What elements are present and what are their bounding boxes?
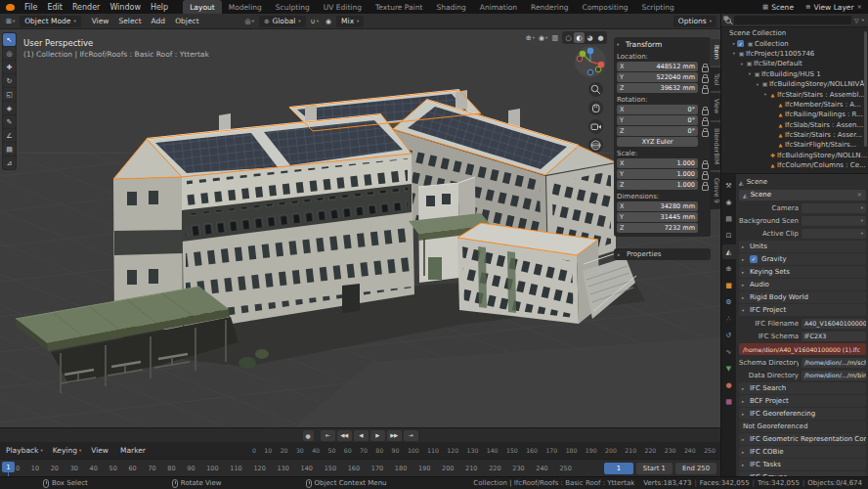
panel-section-header[interactable]: ▸Units xyxy=(739,241,866,252)
timeline-ruler-upper[interactable]: 0102030405060708090100110120130140150160… xyxy=(252,447,716,454)
pivot-point-icon[interactable]: ◎▾ xyxy=(243,18,256,25)
lock-icon[interactable] xyxy=(700,84,708,93)
timeline-ruler[interactable]: 0102030405060708090100110120130140150160… xyxy=(0,459,720,476)
outliner-row[interactable]: ▾ IfcProject/11005746 xyxy=(721,49,868,59)
ifc-filepath-field[interactable]: /home/dion/A40_V16040100000 (1).ifc xyxy=(739,343,866,355)
viewport-tool-button[interactable]: ∠ xyxy=(3,129,16,142)
menubar-item[interactable]: Window xyxy=(105,0,146,14)
properties-tab[interactable]: ▦ xyxy=(722,394,736,409)
transport-button[interactable]: ▶ xyxy=(370,430,385,441)
properties-tab[interactable]: ● xyxy=(722,378,736,392)
lock-icon[interactable] xyxy=(700,170,708,179)
viewport-tool-button[interactable]: ↖ xyxy=(3,33,16,46)
pan-hand-icon[interactable] xyxy=(588,101,603,115)
viewport-tool-button[interactable]: ▤ xyxy=(3,143,16,156)
3d-viewport[interactable]: ↖ ◎ ✚ ↻ ◱ ◈ ✎ ∠ ▤ ⊿ User Perspective (1)… xyxy=(0,29,720,427)
viewport-tool-button[interactable]: ✚ xyxy=(3,61,16,73)
transport-button[interactable]: ◀◀ xyxy=(337,430,352,441)
dimension-axis-field[interactable]: Z7232 mm xyxy=(617,223,708,233)
frame-end-field[interactable]: End 250 xyxy=(675,463,716,474)
view-layer-selector[interactable]: ≣View Layer× xyxy=(800,3,868,12)
viewport-tool-button[interactable]: ⊿ xyxy=(3,156,16,169)
rotation-mode-dropdown[interactable]: XYZ Euler xyxy=(617,137,698,147)
viewport-tool-button[interactable]: ↻ xyxy=(3,74,16,87)
outliner-row[interactable]: ▾ IfcBuilding/HUS 1 xyxy=(721,69,868,79)
transport-button[interactable]: ⇥ xyxy=(404,430,418,441)
menubar-item[interactable]: File xyxy=(20,0,42,14)
close-icon[interactable]: × xyxy=(857,3,862,11)
directory-path-field[interactable]: /home/dion/.../m/bim/data/ xyxy=(802,371,866,380)
rotation-axis-field[interactable]: Y0° xyxy=(617,115,708,125)
workspace-tab[interactable]: Texture Paint xyxy=(369,0,429,14)
workspace-tab[interactable]: Shading xyxy=(429,0,472,14)
mode-dropdown[interactable]: Object Mode▾ xyxy=(20,16,81,27)
panel-section-header[interactable]: ▸BCF Project xyxy=(739,395,866,407)
property-value-field[interactable]: ▾ xyxy=(802,216,866,226)
proportional-editing-icon[interactable]: ◉ xyxy=(324,18,333,25)
location-axis-field[interactable]: X448512 mm xyxy=(617,62,708,71)
ifc-value-field[interactable]: IFC2X3 xyxy=(802,332,866,341)
workspace-tab[interactable]: Compositing xyxy=(575,0,634,14)
sidebar-tab[interactable]: Grove 9 xyxy=(710,172,720,209)
workspace-tab[interactable]: Modeling xyxy=(222,0,269,14)
outliner-row[interactable]: ▾ IfcStair/Stairs : Assembl... xyxy=(721,89,868,99)
viewport-3d-scene[interactable] xyxy=(0,29,720,427)
outliner-row[interactable]: IfcSlab/Stairs : Assen... xyxy=(721,120,868,130)
scene-selector[interactable]: ▦Scene xyxy=(757,3,800,12)
workspace-tab[interactable]: Scripting xyxy=(634,0,680,14)
rotation-axis-field[interactable]: Z0° xyxy=(617,126,708,136)
property-value-field[interactable]: ▾ xyxy=(802,203,866,213)
transport-button[interactable]: ◀ xyxy=(354,430,369,441)
transport-button[interactable]: ⇤ xyxy=(321,430,335,441)
playhead-current-frame[interactable]: 1 xyxy=(2,462,15,472)
navigation-gizmo[interactable] xyxy=(574,45,607,78)
properties-tab[interactable]: ▤ xyxy=(722,211,736,226)
display-mode-dropdown-icon[interactable]: ▾ xyxy=(862,18,864,22)
overlays-dropdown-icon[interactable]: ◉▾ xyxy=(539,34,547,42)
transform-panel-header[interactable]: ▾Transform xyxy=(617,39,708,51)
dimension-axis-field[interactable]: X34280 mm xyxy=(617,201,708,211)
panel-section-header[interactable]: ▸Audio xyxy=(739,279,866,290)
location-axis-field[interactable]: Y522040 mm xyxy=(617,72,708,82)
properties-panel-collapsed-header[interactable]: ▸Properties xyxy=(614,248,711,260)
menubar-item[interactable]: Edit xyxy=(42,0,67,14)
outliner-row[interactable]: IfcStair/Stairs : Asser... xyxy=(721,130,868,140)
properties-tab[interactable]: ⊕ xyxy=(722,261,736,276)
outliner-row[interactable]: ▾ IfcBuildingStorey/NOLLNIVÅ xyxy=(721,79,868,89)
menubar-item[interactable]: Help xyxy=(146,0,173,14)
viewport-menu-item[interactable]: Object xyxy=(170,17,203,25)
current-frame-field[interactable]: 1 xyxy=(604,463,633,474)
workspace-tab[interactable]: Layout xyxy=(183,0,222,14)
panel-section-header[interactable]: ▸Rigid Body World xyxy=(739,291,866,303)
perspective-toggle-icon[interactable] xyxy=(588,138,603,153)
viewport-tool-button[interactable]: ◈ xyxy=(3,102,16,114)
rotation-axis-field[interactable]: X0° xyxy=(617,105,708,114)
properties-tab[interactable]: ⚙ xyxy=(722,294,736,309)
viewport-tool-button[interactable]: ◱ xyxy=(3,88,16,101)
options-dropdown[interactable]: Options▾ xyxy=(673,16,716,27)
dimension-axis-field[interactable]: Y31445 mm xyxy=(617,212,708,222)
properties-tab[interactable]: ■ xyxy=(722,278,736,292)
lock-icon[interactable] xyxy=(700,106,708,114)
unlink-icon[interactable]: × xyxy=(857,191,862,199)
sidebar-tab[interactable]: Tool xyxy=(710,67,720,92)
outliner-search-field[interactable] xyxy=(734,16,851,24)
xray-toggle-icon[interactable]: ▥ xyxy=(551,34,558,42)
outliner-row[interactable]: IfcBuildingStorey/NOLLNIV... xyxy=(721,151,868,160)
shading-mode-button[interactable]: ○ xyxy=(563,32,574,43)
outliner-row[interactable]: ▾ IfcSite/Default xyxy=(721,59,868,68)
lock-icon[interactable] xyxy=(700,116,708,125)
shading-mode-button[interactable]: ◐ xyxy=(574,32,585,43)
panel-section-header[interactable]: ▸✓Gravity xyxy=(739,253,866,265)
properties-tab[interactable]: ↺ xyxy=(722,328,736,342)
falloff-dropdown[interactable]: Mix▾ xyxy=(336,16,364,27)
outliner-row[interactable]: ▸ ✓ Collection xyxy=(721,38,868,48)
outliner-row[interactable]: IfcRailing/Railings : R... xyxy=(721,110,868,119)
viewport-menu-item[interactable]: View xyxy=(87,17,114,25)
viewport-menu-item[interactable]: Select xyxy=(113,17,146,25)
scale-axis-field[interactable]: X1.000 xyxy=(617,158,708,168)
transport-button[interactable]: ▶▶ xyxy=(387,430,402,441)
snap-magnet-icon[interactable]: ∪▾ xyxy=(309,18,321,25)
outliner-row[interactable]: IfcColumn/Columns : Ce... xyxy=(721,160,868,170)
ifc-value-field[interactable]: A40_V16040100000 (1... xyxy=(802,319,866,329)
